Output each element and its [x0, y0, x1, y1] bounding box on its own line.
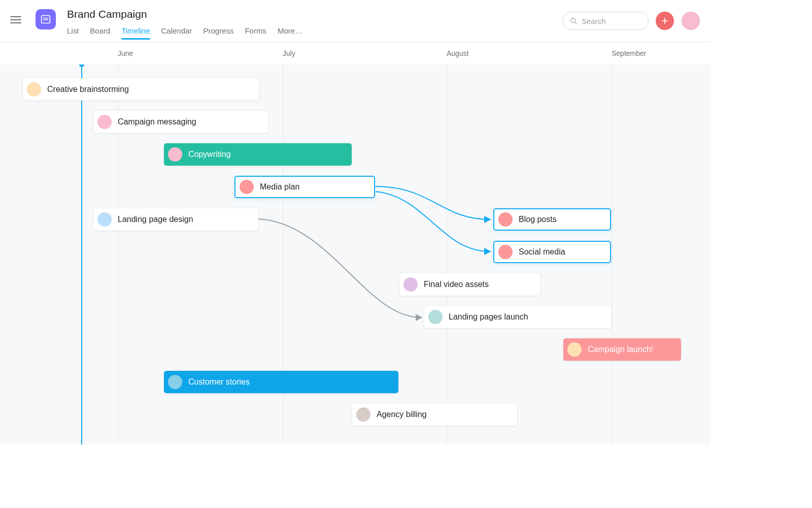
month-july: July [283, 49, 295, 57]
tab-board[interactable]: Board [90, 26, 110, 39]
search-input[interactable]: Search [562, 12, 649, 30]
tab-more[interactable]: More… [278, 26, 302, 39]
menu-icon[interactable] [10, 14, 21, 25]
task-creative-brainstorming[interactable]: Creative brainstorming [23, 78, 259, 101]
svg-line-4 [574, 22, 577, 24]
project-icon[interactable] [36, 9, 56, 29]
tab-list[interactable]: List [67, 26, 79, 39]
task-label: Agency billing [377, 410, 427, 419]
grid-line [447, 65, 447, 444]
assignee-avatar [97, 115, 112, 129]
assignee-avatar [27, 82, 41, 97]
list-icon [41, 14, 51, 24]
task-label: Creative brainstorming [47, 85, 129, 94]
project-title: Brand Campaign [67, 8, 302, 20]
task-campaign-launch[interactable]: Campaign launch! [563, 338, 681, 361]
tab-progress[interactable]: Progress [203, 26, 233, 39]
task-final-video-assets[interactable]: Final video assets [399, 273, 540, 296]
task-agency-billing[interactable]: Agency billing [352, 403, 517, 426]
task-label: Copywriting [188, 150, 231, 159]
task-label: Campaign messaging [118, 117, 196, 126]
timeline-month-row: June July August September [0, 42, 710, 65]
task-blog-posts[interactable]: Blog posts [493, 208, 611, 231]
task-label: Landing pages launch [449, 312, 528, 322]
tab-forms[interactable]: Forms [245, 26, 266, 39]
assignee-avatar [567, 342, 582, 357]
plus-icon [661, 17, 669, 25]
view-tabs: List Board Timeline Calendar Progress Fo… [67, 26, 302, 39]
task-landing-page-design[interactable]: Landing page design [93, 208, 258, 231]
task-label: Landing page design [118, 215, 193, 224]
task-label: Customer stories [188, 377, 250, 387]
task-customer-stories[interactable]: Customer stories [164, 371, 398, 393]
current-user-avatar[interactable] [681, 11, 700, 30]
grid-line [612, 65, 612, 444]
assignee-avatar [356, 407, 370, 422]
month-june: June [118, 49, 133, 57]
assignee-avatar [428, 310, 443, 324]
assignee-avatar [168, 147, 182, 162]
task-landing-pages-launch[interactable]: Landing pages launch [424, 306, 612, 328]
assignee-avatar [168, 375, 182, 389]
assignee-avatar [498, 245, 513, 259]
task-label: Blog posts [519, 215, 557, 224]
task-label: Media plan [260, 182, 299, 192]
search-placeholder: Search [582, 17, 606, 25]
assignee-avatar [97, 212, 112, 227]
month-august: August [447, 49, 469, 57]
assignee-avatar [403, 277, 418, 292]
task-label: Social media [519, 247, 565, 257]
assignee-avatar [498, 212, 513, 227]
today-indicator [81, 65, 82, 444]
assignee-avatar [240, 180, 254, 194]
task-label: Campaign launch! [588, 345, 653, 354]
tab-calendar[interactable]: Calendar [161, 26, 192, 39]
task-media-plan[interactable]: Media plan [234, 176, 375, 198]
month-september: September [612, 49, 646, 57]
add-button[interactable] [656, 12, 674, 30]
app-header: Brand Campaign List Board Timeline Calen… [0, 0, 710, 42]
tab-timeline[interactable]: Timeline [121, 26, 150, 39]
task-campaign-messaging[interactable]: Campaign messaging [93, 111, 268, 133]
task-social-media[interactable]: Social media [493, 241, 611, 263]
search-icon [570, 17, 578, 25]
timeline-board[interactable]: Creative brainstorming Campaign messagin… [0, 65, 710, 444]
task-label: Final video assets [424, 280, 489, 289]
task-copywriting[interactable]: Copywriting [164, 143, 352, 166]
